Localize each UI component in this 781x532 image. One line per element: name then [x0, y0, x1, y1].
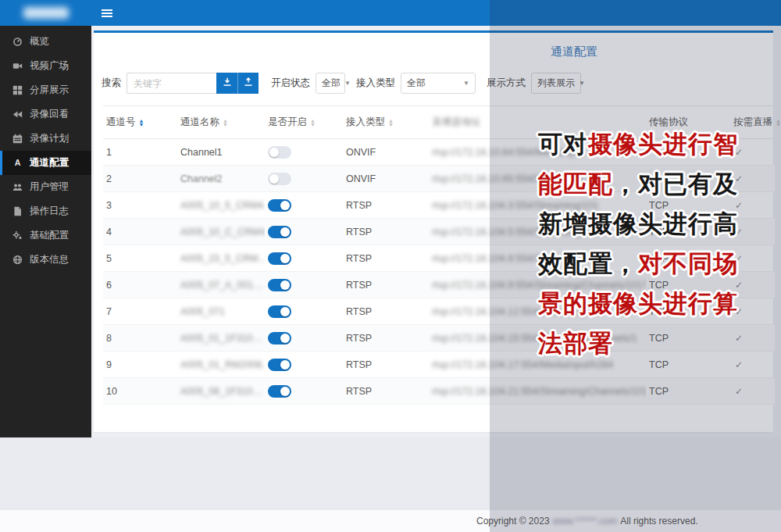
cell-channel-num: 10 — [103, 378, 177, 405]
sidebar-item-label: 录像回看 — [30, 108, 69, 121]
cell-channel-name: A005_01_1F310… — [177, 325, 265, 352]
cell-channel-name: A005_10_5_CRM4… — [177, 192, 265, 219]
cell-channel-num: 9 — [103, 352, 177, 378]
enable-toggle[interactable] — [268, 173, 291, 185]
enable-toggle[interactable] — [268, 332, 291, 345]
enable-toggle[interactable] — [268, 279, 291, 291]
app-logo[interactable] — [23, 7, 69, 19]
sidebar-item-3[interactable]: 分屏展示 — [0, 78, 91, 102]
cell-access-type: ONVIF — [343, 139, 429, 166]
sidebar-item-8[interactable]: 操作日志 — [0, 199, 91, 223]
hamburger-icon[interactable] — [102, 9, 112, 17]
annotation-line: 法部署 — [538, 323, 738, 363]
col-header-2[interactable]: 通道名称▲▼ — [177, 106, 265, 139]
video-icon — [11, 61, 24, 72]
sort-icon: ▲▼ — [223, 119, 228, 127]
sidebar-item-5[interactable]: 录像计划 — [0, 127, 91, 151]
cell-channel-num: 3 — [103, 192, 177, 219]
cell-channel-num: 7 — [103, 298, 177, 325]
upload-button[interactable] — [237, 73, 259, 94]
chevron-down-icon: ▼ — [344, 80, 351, 87]
display-filter-label: 展示方式 — [487, 77, 526, 90]
calendar-icon — [11, 134, 24, 145]
enable-toggle[interactable] — [268, 226, 291, 238]
search-label: 搜索 — [102, 77, 121, 90]
col-header-4[interactable]: 接入类型▲▼ — [343, 106, 429, 139]
cell-channel-name: Channel1 — [177, 139, 265, 166]
sort-icon: ▲▼ — [776, 119, 781, 127]
download-button[interactable] — [216, 73, 237, 94]
enable-toggle[interactable] — [268, 252, 291, 265]
check-icon: ✓ — [733, 386, 743, 397]
cell-channel-name: Channel2 — [177, 166, 265, 192]
cell-enabled — [265, 298, 343, 325]
status-select[interactable]: 全部▼ — [316, 73, 345, 94]
cell-enabled — [265, 378, 343, 405]
footer-domain: www.******.com — [553, 516, 618, 527]
filter-bar: 搜索 开启状态 全部▼ — [102, 73, 773, 94]
sidebar-item-10[interactable]: 版本信息 — [0, 248, 91, 272]
type-select[interactable]: 全部▼ — [401, 73, 476, 94]
cell-access-type: RTSP — [343, 378, 429, 405]
sidebar: 概览视频广场分屏展示录像回看录像计划A通道配置用户管理操作日志基础配置版本信息 — [0, 26, 91, 437]
cell-channel-name: A005_23_5_CRM… — [177, 245, 265, 272]
rights-text: All rights reserved. — [620, 516, 697, 527]
cell-channel-name: A005_08_1F310… — [177, 378, 265, 405]
cell-channel-name: A005_01_RM2008… — [177, 352, 265, 378]
download-icon — [223, 77, 232, 89]
sidebar-item-2[interactable]: 视频广场 — [0, 54, 91, 78]
cell-access-type: RTSP — [343, 219, 429, 245]
type-filter-label: 接入类型 — [356, 77, 395, 90]
top-bar — [0, 0, 781, 26]
table-row: 10A005_08_1F310…RTSPrtsp://172.16.104.21… — [103, 378, 775, 405]
cell-protocol: TCP — [646, 378, 730, 405]
sidebar-item-6[interactable]: A通道配置 — [0, 151, 91, 175]
cell-channel-num: 8 — [103, 325, 177, 352]
cell-channel-num: 1 — [103, 139, 177, 166]
sidebar-item-9[interactable]: 基础配置 — [0, 223, 91, 248]
cell-access-type: RTSP — [343, 352, 429, 378]
annotation-line: 景的摄像头进行算 — [538, 284, 738, 323]
annotation-line: 可对摄像头进行智 — [538, 124, 738, 164]
sort-icon: ▲▼ — [388, 119, 394, 127]
enable-toggle[interactable] — [268, 199, 291, 212]
file-icon — [11, 206, 24, 217]
annotation-line: 新增摄像头进行高 — [538, 204, 738, 244]
display-select[interactable]: 列表展示▼ — [531, 73, 581, 94]
enable-toggle[interactable] — [268, 146, 291, 159]
sidebar-item-label: 通道配置 — [30, 156, 69, 170]
sidebar-item-label: 分屏展示 — [30, 84, 69, 97]
cell-channel-name: A005_071 — [177, 298, 265, 325]
bottom-spacer — [0, 437, 781, 510]
cell-ondemand: ✓ — [730, 378, 775, 405]
cell-access-type: RTSP — [343, 245, 429, 272]
search-input[interactable] — [127, 73, 216, 94]
cell-enabled — [265, 219, 343, 245]
page-title[interactable]: 通道配置 — [551, 45, 597, 58]
cell-access-type: ONVIF — [343, 166, 429, 192]
col-header-3[interactable]: 是否开启▲▼ — [265, 106, 343, 139]
sidebar-item-4[interactable]: 录像回看 — [0, 102, 91, 127]
sidebar-item-label: 操作日志 — [30, 205, 69, 218]
sort-icon: ▲▼ — [139, 119, 144, 127]
cell-enabled — [265, 166, 343, 192]
sidebar-item-7[interactable]: 用户管理 — [0, 175, 91, 199]
cell-channel-num: 6 — [103, 272, 177, 298]
enable-toggle[interactable] — [268, 359, 291, 371]
grid-icon — [11, 85, 24, 96]
enable-toggle[interactable] — [268, 385, 291, 398]
gauge-icon — [11, 37, 24, 48]
cell-enabled — [265, 192, 343, 219]
cogs-icon — [11, 230, 24, 241]
enable-toggle[interactable] — [268, 305, 291, 318]
annotation-line: 能匹配，对已有及 — [538, 164, 738, 204]
sidebar-item-label: 概览 — [30, 35, 49, 48]
sidebar-item-1[interactable]: 概览 — [0, 30, 91, 54]
status-filter-label: 开启状态 — [271, 77, 310, 90]
cell-enabled — [265, 139, 343, 166]
cell-enabled — [265, 352, 343, 378]
sidebar-item-label: 视频广场 — [30, 59, 69, 73]
cell-access-type: RTSP — [343, 272, 429, 298]
col-header-1[interactable]: 通道号▲▼ — [103, 106, 177, 139]
sort-icon: ▲▼ — [310, 119, 316, 127]
